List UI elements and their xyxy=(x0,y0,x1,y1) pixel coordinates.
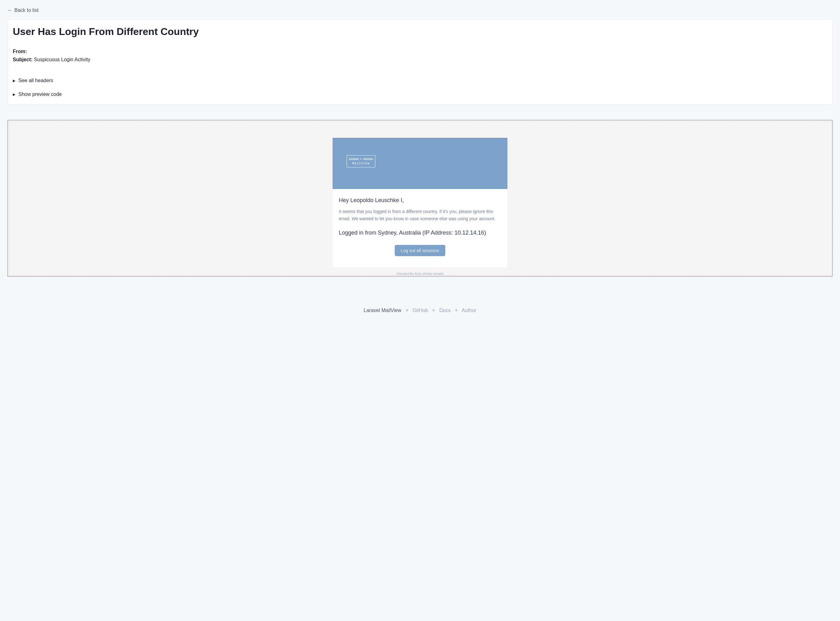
email-login-info: Logged in from Sydney, Australia (IP Add… xyxy=(339,230,501,236)
footer-link-author[interactable]: Author xyxy=(462,308,476,313)
asterisk-icon: ✳ xyxy=(432,308,435,313)
from-label: From: xyxy=(13,49,27,54)
mail-detail-card: User Has Login From Different Country Fr… xyxy=(8,20,832,105)
back-link-label: Back to list xyxy=(14,8,38,13)
arrow-left-icon: ← xyxy=(8,8,12,13)
email-preview-frame: ✉ MailView Hey Leopoldo Leuschke I, It s… xyxy=(8,120,832,276)
logout-all-sessions-button[interactable]: Log out all sessions xyxy=(395,245,446,256)
mail-title: User Has Login From Different Country xyxy=(13,26,827,38)
see-all-headers-label: See all headers xyxy=(18,78,53,83)
subject-label: Subject: xyxy=(13,57,32,62)
email-body: Hey Leopoldo Leuschke I, It seems that y… xyxy=(332,189,508,267)
back-to-list-link[interactable]: ← Back to list xyxy=(8,8,38,13)
email-greeting: Hey Leopoldo Leuschke I, xyxy=(339,197,501,204)
email-footer: Unsubcribe from similar emails xyxy=(332,267,508,276)
footer-link-github[interactable]: GitHub xyxy=(412,308,428,313)
see-all-headers-toggle[interactable]: See all headers xyxy=(13,77,827,85)
email-container: ✉ MailView Hey Leopoldo Leuschke I, It s… xyxy=(332,138,508,276)
envelope-icon: ✉ xyxy=(360,157,362,161)
footer-brand: Laravel MailView xyxy=(364,308,402,313)
mailview-logo: ✉ MailView xyxy=(347,155,375,167)
spacer xyxy=(13,64,827,71)
subject-value: Suspicuous Login Activity xyxy=(34,57,91,62)
show-preview-code-label: Show preview code xyxy=(18,91,62,97)
asterisk-icon: ✳ xyxy=(405,308,409,313)
logo-text: MailView xyxy=(347,161,375,165)
email-description: It seems that you logged in from a diffe… xyxy=(339,208,501,222)
mail-meta: From: Subject: Suspicuous Login Activity xyxy=(13,47,827,64)
asterisk-icon: ✳ xyxy=(455,308,458,313)
page-footer: Laravel MailView ✳ GitHub ✳ Docs ✳ Autho… xyxy=(8,301,832,323)
unsubscribe-link[interactable]: Unsubcribe from similar emails xyxy=(397,272,443,276)
footer-link-docs[interactable]: Docs xyxy=(440,308,450,313)
show-preview-code-toggle[interactable]: Show preview code xyxy=(13,90,827,98)
logo-line-right-icon xyxy=(363,158,373,160)
logo-line-left-icon xyxy=(349,158,359,160)
email-header: ✉ MailView xyxy=(332,138,508,189)
